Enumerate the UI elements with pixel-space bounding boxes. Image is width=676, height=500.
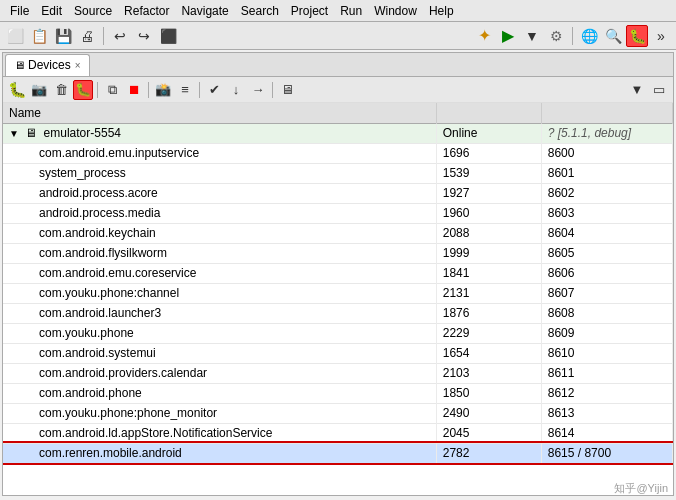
panel-minimize-btn[interactable]: ▭ [649, 80, 669, 100]
panel-screen-btn[interactable]: 🖥 [277, 80, 297, 100]
process-pid-cell: 1960 [436, 203, 541, 223]
process-name-cell: com.android.launcher3 [3, 303, 436, 323]
panel-stop2-btn[interactable]: ⏹ [124, 80, 144, 100]
menu-project[interactable]: Project [285, 2, 334, 20]
panel-right-btn[interactable]: → [248, 80, 268, 100]
process-port-cell: 8613 [541, 403, 672, 423]
process-port-cell: 8602 [541, 183, 672, 203]
menu-refactor[interactable]: Refactor [118, 2, 175, 20]
toolbar-highlighted-btn[interactable]: 🐛 [626, 25, 648, 47]
process-name-cell: android.process.acore [3, 183, 436, 203]
toolbar-new[interactable]: ⬜ [4, 25, 26, 47]
process-name-cell: com.android.emu.coreservice [3, 263, 436, 283]
toolbar-search[interactable]: 🔍 [602, 25, 624, 47]
table-row[interactable]: com.android.providers.calendar 2103 8611 [3, 363, 673, 383]
process-pid-cell: 2131 [436, 283, 541, 303]
process-name-cell: android.process.media [3, 203, 436, 223]
process-port-cell: 8612 [541, 383, 672, 403]
table-row[interactable]: com.android.ld.appStore.NotificationServ… [3, 423, 673, 443]
sep2 [572, 27, 573, 45]
process-name-cell: com.youku.phone:phone_monitor [3, 403, 436, 423]
panel-sep2 [148, 82, 149, 98]
toolbar-star[interactable]: ✦ [473, 25, 495, 47]
toolbar-btn3[interactable]: 💾 [52, 25, 74, 47]
panel-stop-btn[interactable]: 🐛 [73, 80, 93, 100]
process-port-cell: 8610 [541, 343, 672, 363]
table-row[interactable]: com.android.emu.coreservice 1841 8606 [3, 263, 673, 283]
menu-run[interactable]: Run [334, 2, 368, 20]
panel-toolbar: 🐛 📷 🗑 🐛 ⧉ ⏹ 📸 ≡ ✔ ↓ → 🖥 ▼ ▭ [3, 77, 673, 103]
device-table: Name ▼ 🖥 emulator-5554 Online ? [5.1.1, … [3, 103, 673, 495]
panel-debug-btn[interactable]: 🐛 [7, 80, 27, 100]
table-row[interactable]: com.android.flysilkworm 1999 8605 [3, 243, 673, 263]
toolbar-btn7[interactable]: ⬛ [157, 25, 179, 47]
panel-tabbar: 🖥 Devices × [3, 53, 673, 77]
process-pid-cell: 1539 [436, 163, 541, 183]
process-name-cell: system_process [3, 163, 436, 183]
menu-source[interactable]: Source [68, 2, 118, 20]
panel-screenshot-btn[interactable]: 📷 [29, 80, 49, 100]
toolbar-btn4[interactable]: 🖨 [76, 25, 98, 47]
table-row[interactable]: com.android.keychain 2088 8604 [3, 223, 673, 243]
process-port-cell: 8608 [541, 303, 672, 323]
toolbar-back[interactable]: ↩ [109, 25, 131, 47]
table-row[interactable]: com.renren.mobile.android 2782 8615 / 87… [3, 443, 673, 463]
process-pid-cell: 1876 [436, 303, 541, 323]
menu-help[interactable]: Help [423, 2, 460, 20]
process-port-cell: 8607 [541, 283, 672, 303]
devices-tab-label: Devices [28, 58, 71, 72]
table-row[interactable]: com.android.launcher3 1876 8608 [3, 303, 673, 323]
table-row[interactable]: android.process.media 1960 8603 [3, 203, 673, 223]
process-name-cell: com.android.phone [3, 383, 436, 403]
panel-sep4 [272, 82, 273, 98]
panel-scroll-btn[interactable]: ≡ [175, 80, 195, 100]
panel-menu-btn[interactable]: ▼ [627, 80, 647, 100]
panel-delete-btn[interactable]: 🗑 [51, 80, 71, 100]
toolbar-btn2[interactable]: 📋 [28, 25, 50, 47]
device-row[interactable]: ▼ 🖥 emulator-5554 Online ? [5.1.1, debug… [3, 123, 673, 143]
menu-navigate[interactable]: Navigate [175, 2, 234, 20]
devices-tab-close[interactable]: × [75, 60, 81, 71]
toolbar-run[interactable]: ▶ [497, 25, 519, 47]
menubar: File Edit Source Refactor Navigate Searc… [0, 0, 676, 22]
main-toolbar: ⬜ 📋 💾 🖨 ↩ ↪ ⬛ ✦ ▶ ▼ ⚙ 🌐 🔍 🐛 » [0, 22, 676, 50]
toolbar-more[interactable]: » [650, 25, 672, 47]
process-pid-cell: 2229 [436, 323, 541, 343]
process-name-cell: com.android.flysilkworm [3, 243, 436, 263]
menu-file[interactable]: File [4, 2, 35, 20]
process-name-cell: com.youku.phone:channel [3, 283, 436, 303]
table-row[interactable]: com.android.systemui 1654 8610 [3, 343, 673, 363]
process-name-cell: com.android.systemui [3, 343, 436, 363]
process-pid-cell: 1999 [436, 243, 541, 263]
process-port-cell: 8603 [541, 203, 672, 223]
toolbar-run-dropdown[interactable]: ▼ [521, 25, 543, 47]
process-port-cell: 8615 / 8700 [541, 443, 672, 463]
process-name-cell: com.youku.phone [3, 323, 436, 343]
process-pid-cell: 2045 [436, 423, 541, 443]
toolbar-fwd[interactable]: ↪ [133, 25, 155, 47]
panel-check-btn[interactable]: ✔ [204, 80, 224, 100]
panel-camera-btn[interactable]: 📸 [153, 80, 173, 100]
table-row[interactable]: com.youku.phone:channel 2131 8607 [3, 283, 673, 303]
devices-tab[interactable]: 🖥 Devices × [5, 54, 90, 76]
table-row[interactable]: com.youku.phone:phone_monitor 2490 8613 [3, 403, 673, 423]
table-row[interactable]: com.youku.phone 2229 8609 [3, 323, 673, 343]
toolbar-external[interactable]: 🌐 [578, 25, 600, 47]
panel-down-btn[interactable]: ↓ [226, 80, 246, 100]
col-port-header [541, 103, 672, 123]
table-row[interactable]: system_process 1539 8601 [3, 163, 673, 183]
panel-thread-btn[interactable]: ⧉ [102, 80, 122, 100]
table-row[interactable]: com.android.phone 1850 8612 [3, 383, 673, 403]
device-name-cell: ▼ 🖥 emulator-5554 [3, 123, 436, 143]
table-row[interactable]: com.android.emu.inputservice 1696 8600 [3, 143, 673, 163]
device-status-cell: Online [436, 123, 541, 143]
process-port-cell: 8611 [541, 363, 672, 383]
menu-search[interactable]: Search [235, 2, 285, 20]
table-row[interactable]: android.process.acore 1927 8602 [3, 183, 673, 203]
toolbar-debug[interactable]: ⚙ [545, 25, 567, 47]
process-port-cell: 8604 [541, 223, 672, 243]
watermark: 知乎@Yijin [614, 481, 668, 496]
menu-edit[interactable]: Edit [35, 2, 68, 20]
process-pid-cell: 1927 [436, 183, 541, 203]
menu-window[interactable]: Window [368, 2, 423, 20]
